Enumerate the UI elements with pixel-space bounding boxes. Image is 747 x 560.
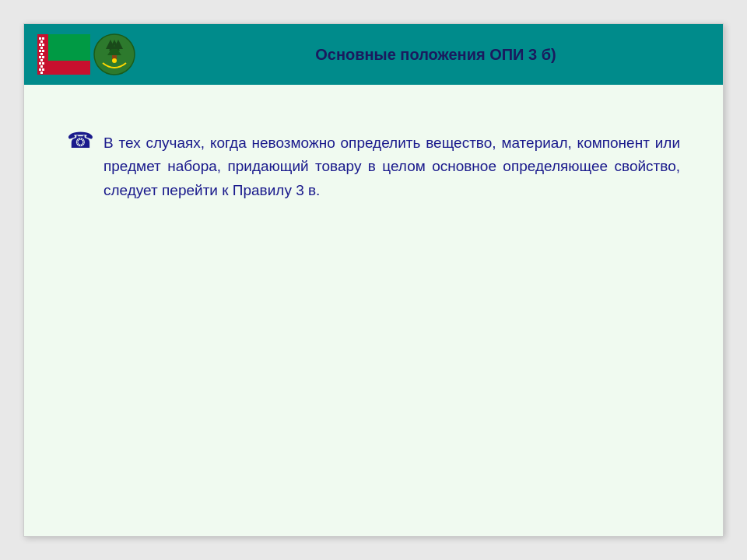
bullet-icon: ☎: [67, 130, 94, 152]
svg-rect-12: [42, 56, 44, 58]
bullet-item: ☎ В тех случаях, когда невозможно опреде…: [67, 131, 680, 202]
svg-rect-14: [39, 62, 41, 65]
belarus-flag-icon: [37, 34, 90, 75]
header-title-area: Основные положения ОПИ 3 б): [149, 38, 723, 72]
svg-rect-5: [39, 44, 41, 46]
svg-rect-13: [40, 59, 43, 61]
svg-rect-21: [48, 61, 90, 75]
svg-rect-18: [42, 68, 44, 71]
svg-rect-8: [39, 50, 41, 52]
svg-rect-17: [39, 68, 41, 71]
slide-title: Основные положения ОПИ 3 б): [315, 46, 556, 64]
bullet-text: В тех случаях, когда невозможно определи…: [103, 131, 680, 202]
header: Основные положения ОПИ 3 б): [24, 24, 723, 85]
svg-rect-4: [40, 40, 43, 43]
svg-rect-3: [42, 37, 44, 40]
slide-container: Основные положения ОПИ 3 б) ☎ В тех случ…: [23, 23, 724, 537]
svg-rect-7: [40, 47, 43, 49]
content-area: ☎ В тех случаях, когда невозможно опреде…: [24, 85, 723, 536]
svg-rect-15: [42, 62, 44, 65]
svg-rect-16: [40, 65, 43, 68]
svg-rect-20: [48, 34, 90, 61]
svg-rect-19: [40, 72, 43, 74]
customs-emblem-icon: [93, 33, 136, 76]
svg-rect-11: [39, 56, 41, 58]
svg-rect-6: [42, 44, 44, 46]
svg-rect-2: [39, 37, 41, 40]
svg-rect-10: [40, 53, 43, 55]
svg-point-28: [112, 58, 117, 63]
logo-area: [24, 24, 149, 85]
svg-rect-9: [42, 50, 44, 52]
